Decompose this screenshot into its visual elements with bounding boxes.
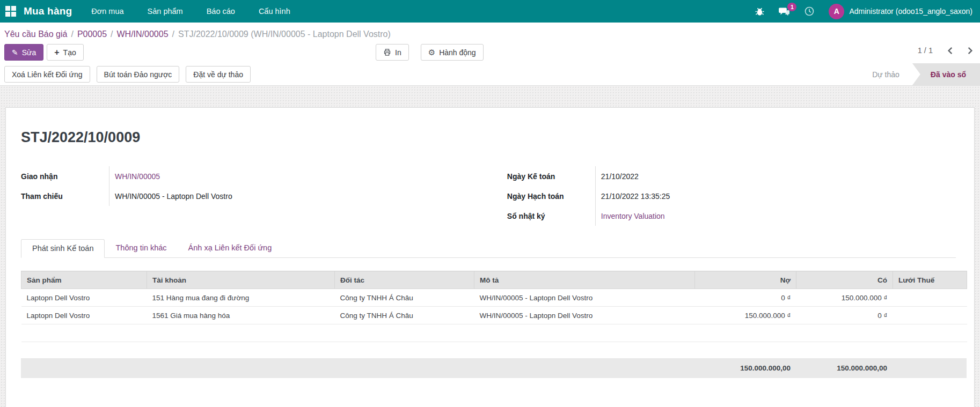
- cell-tax-grid[interactable]: [893, 307, 967, 324]
- cell-credit[interactable]: 0 ₫: [796, 307, 893, 324]
- printer-icon: [383, 48, 391, 56]
- field-value-ngay-hach-toan: 21/10/2022 13:35:25: [596, 192, 670, 201]
- column-header-account[interactable]: Tài khoản: [147, 271, 335, 289]
- page-title: STJ/2022/10/0009: [21, 129, 956, 146]
- table-header-row: Sản phẩm Tài khoản Đối tác Mô tả Nợ Có L…: [21, 271, 967, 289]
- table-row[interactable]: Laptopn Dell Vostro 1561 Giá mua hàng hó…: [21, 307, 967, 324]
- edit-button-label: Sửa: [22, 48, 36, 57]
- cell-debit[interactable]: 0 ₫: [695, 289, 796, 307]
- menu-cau-hinh[interactable]: Cấu hình: [259, 7, 290, 16]
- breadcrumb-link-whin[interactable]: WH/IN/00005: [117, 29, 169, 39]
- breadcrumb-separator: /: [71, 29, 73, 39]
- messages-icon[interactable]: 1: [779, 6, 790, 17]
- table-row[interactable]: Laptopn Dell Vostro 151 Hàng mua đang đi…: [21, 289, 967, 307]
- breadcrumb: Yêu cầu Báo giá / P00005 / WH/IN/00005 /…: [0, 23, 980, 43]
- menu-san-pham[interactable]: Sản phẩm: [148, 7, 183, 16]
- main-menu: Đơn mua Sản phẩm Báo cáo Cấu hình: [91, 7, 290, 16]
- form-action-bar: Xoá Liên kết Đối ứng Bút toán Đảo ngược …: [0, 63, 980, 86]
- reverse-entry-button[interactable]: Bút toán Đảo ngược: [97, 66, 180, 83]
- total-debit: 150.000.000,00: [694, 364, 796, 372]
- cell-product[interactable]: Laptopn Dell Vostro: [21, 307, 147, 324]
- cell-account[interactable]: 1561 Giá mua hàng hóa: [147, 307, 335, 324]
- user-name: Administrator (odoo15_anglo_saxon): [849, 7, 972, 16]
- field-group-left: Giao nhận WH/IN/00005 Tham chiếu WH/IN/0…: [21, 166, 470, 226]
- pager-previous-icon[interactable]: [947, 47, 954, 55]
- avatar: A: [829, 4, 844, 19]
- breadcrumb-current: STJ/2022/10/0009 (WH/IN/00005 - Laptopn …: [178, 29, 391, 39]
- activities-clock-icon[interactable]: [804, 6, 815, 17]
- cell-credit[interactable]: 150.000.000 ₫: [796, 289, 893, 307]
- field-label-tham-chieu: Tham chiếu: [21, 192, 109, 201]
- journal-items-table: Sản phẩm Tài khoản Đối tác Mô tả Nợ Có L…: [21, 271, 967, 342]
- apps-menu-icon[interactable]: [5, 6, 16, 17]
- column-header-label[interactable]: Mô tả: [474, 271, 695, 289]
- menu-don-mua[interactable]: Đơn mua: [91, 7, 123, 16]
- reset-to-draft-button[interactable]: Đặt về dự thảo: [186, 66, 251, 83]
- cell-label[interactable]: WH/IN/00005 - Laptopn Dell Vostro: [474, 289, 695, 307]
- column-header-credit[interactable]: Có: [796, 271, 893, 289]
- field-value-so-nhat-ky[interactable]: Inventory Valuation: [596, 212, 665, 220]
- create-button-label: Tạo: [63, 48, 76, 57]
- breadcrumb-link-p00005[interactable]: P00005: [77, 29, 107, 39]
- create-button[interactable]: + Tạo: [47, 44, 83, 61]
- breadcrumb-separator: /: [111, 29, 113, 39]
- totals-row: 150.000.000,00 150.000.000,00: [21, 358, 967, 378]
- app-name[interactable]: Mua hàng: [24, 5, 72, 17]
- status-posted[interactable]: Đã vào sổ: [912, 63, 980, 85]
- print-button[interactable]: In: [376, 44, 409, 61]
- cell-account[interactable]: 151 Hàng mua đang đi đường: [147, 289, 335, 307]
- column-header-debit[interactable]: Nợ: [695, 271, 796, 289]
- pager-counter: 1 / 1: [918, 46, 933, 55]
- field-value-tham-chieu: WH/IN/00005 - Laptopn Dell Vostro: [109, 192, 232, 201]
- field-label-ngay-hach-toan: Ngày Hạch toán: [507, 192, 595, 201]
- field-value-ngay-ke-toan: 21/10/2022: [596, 172, 639, 181]
- messages-count-badge: 1: [787, 3, 796, 11]
- user-menu[interactable]: A Administrator (odoo15_anglo_saxon): [829, 4, 972, 19]
- unlink-counterpart-button[interactable]: Xoá Liên kết Đối ứng: [4, 66, 90, 83]
- cell-product[interactable]: Laptopn Dell Vostro: [21, 289, 147, 307]
- plus-icon: +: [54, 48, 59, 57]
- pencil-icon: ✎: [12, 48, 18, 57]
- field-value-giao-nhan[interactable]: WH/IN/00005: [109, 172, 160, 181]
- menu-bao-cao[interactable]: Báo cáo: [207, 7, 235, 16]
- column-header-tax-grid[interactable]: Lưới Thuế: [893, 271, 967, 289]
- table-empty-row: [21, 324, 967, 342]
- tab-thong-tin-khac[interactable]: Thông tin khác: [105, 239, 177, 257]
- cell-debit[interactable]: 150.000.000 ₫: [695, 307, 796, 324]
- tab-anh-xa-lien-ket[interactable]: Ánh xạ Liên kết Đối ứng: [178, 239, 283, 257]
- action-button[interactable]: ⚙ Hành động: [421, 44, 484, 61]
- cell-partner[interactable]: Công ty TNHH Á Châu: [335, 289, 474, 307]
- field-label-giao-nhan: Giao nhận: [21, 172, 109, 181]
- cell-partner[interactable]: Công ty TNHH Á Châu: [335, 307, 474, 324]
- field-label-so-nhat-ky: Sổ nhật ký: [507, 212, 595, 220]
- column-header-partner[interactable]: Đối tác: [335, 271, 474, 289]
- edit-button[interactable]: ✎ Sửa: [4, 44, 43, 61]
- breadcrumb-separator: /: [172, 29, 174, 39]
- gear-icon: ⚙: [428, 48, 435, 57]
- form-view-background: STJ/2022/10/0009 Giao nhận WH/IN/00005 T…: [0, 86, 980, 407]
- debug-bug-icon[interactable]: [755, 6, 765, 17]
- top-navbar: Mua hàng Đơn mua Sản phẩm Báo cáo Cấu hì…: [0, 0, 980, 23]
- statusbar: Dự thảo Đã vào sổ: [859, 63, 980, 85]
- tab-phat-sinh-ke-toan[interactable]: Phát sinh Kế toán: [21, 239, 105, 258]
- control-panel-buttons: ✎ Sửa + Tạo In ⚙ Hành động 1 / 1: [0, 43, 980, 63]
- breadcrumb-link-rfq[interactable]: Yêu cầu Báo giá: [4, 29, 67, 39]
- form-sheet: STJ/2022/10/0009 Giao nhận WH/IN/00005 T…: [5, 107, 975, 407]
- action-button-label: Hành động: [439, 48, 476, 57]
- field-group-right: Ngày Kế toán 21/10/2022 Ngày Hạch toán 2…: [507, 166, 956, 226]
- notebook-tabs: Phát sinh Kế toán Thông tin khác Ánh xạ …: [21, 239, 956, 258]
- print-button-label: In: [395, 48, 401, 57]
- cell-label[interactable]: WH/IN/00005 - Laptopn Dell Vostro: [474, 307, 695, 324]
- column-header-product[interactable]: Sản phẩm: [21, 271, 147, 289]
- cell-tax-grid[interactable]: [893, 289, 967, 307]
- total-credit: 150.000.000,00: [796, 364, 893, 372]
- field-label-ngay-ke-toan: Ngày Kế toán: [507, 172, 595, 181]
- status-draft[interactable]: Dự thảo: [859, 63, 912, 85]
- pager-next-icon[interactable]: [967, 47, 974, 55]
